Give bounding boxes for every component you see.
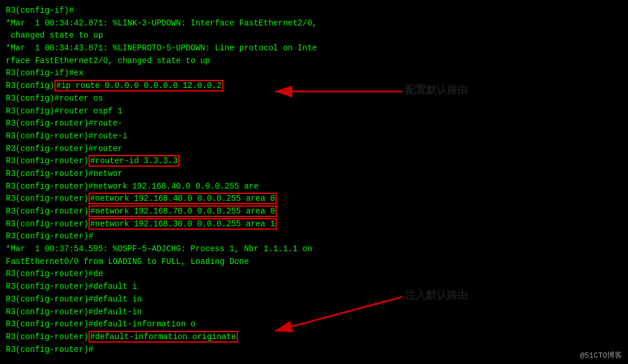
terminal-line-l19: R3(config-router)# [6,230,622,243]
terminal-line-l22: R3(config-router)#de [6,268,622,281]
terminal: R3(config-if)#*Mar 1 00:34:42.871: %LINK… [0,0,628,364]
terminal-line-l12: R3(config-router)#router [6,143,622,156]
terminal-line-l23: R3(config-router)#default i [6,281,622,293]
terminal-line-l16: R3(config-router)#network 192.168.40.0 0… [6,193,622,205]
terminal-line-l14: R3(config-router)#networ [6,168,622,181]
terminal-line-l1: R3(config-if)# [6,5,622,17]
terminal-line-l7: R3(config)#ip route 0.0.0.0 0.0.0.0 12.0… [6,80,622,93]
terminal-line-l18: R3(config-router)#network 192.168.30.0 0… [6,218,622,231]
terminal-line-l13: R3(config-router)#router-id 3.3.3.3 [6,155,622,168]
terminal-line-l2: *Mar 1 00:34:42.871: %LINK-3-UPDOWN: Int… [6,17,622,30]
terminal-line-l8: R3(config)#router os [6,93,622,105]
annotation-configure-default-route: 配置默认路由 [405,83,468,97]
terminal-line-l15: R3(config-router)#network 192.168.40.0 0… [6,181,622,193]
terminal-line-l4: *Mar 1 00:34:43.871: %LINEPROTO-5-UPDOWN… [6,42,622,55]
terminal-line-l24: R3(config-router)#default in [6,293,622,306]
terminal-line-l27: R3(config-router)#default-information or… [6,331,622,344]
terminal-line-l26: R3(config-router)#default-information o [6,318,622,331]
terminal-line-l3: changed state to up [6,30,622,42]
terminal-line-l28: R3(config-router)# [6,344,622,356]
terminal-line-l9: R3(config)#router ospf 1 [6,105,622,118]
terminal-line-l20: *Mar 1 00:37:54.595: %OSPF-5-ADJCHG: Pro… [6,243,622,256]
terminal-line-l25: R3(config-router)#default-in [6,306,622,319]
terminal-line-l11: R3(config-router)#route-i [6,130,622,143]
watermark: @51CTO博客 [580,350,622,361]
annotation-inject-default-route: 注入默认路由 [405,288,468,302]
terminal-line-l5: rface FastEthernet2/0, changed state to … [6,55,622,68]
terminal-line-l17: R3(config-router)#network 192.168.70.0 0… [6,205,622,218]
terminal-line-l10: R3(config-router)#route- [6,117,622,130]
terminal-line-l21: FastEthernet0/0 from LOADING to FULL, Lo… [6,256,622,269]
terminal-line-l6: R3(config-if)#ex [6,67,622,80]
